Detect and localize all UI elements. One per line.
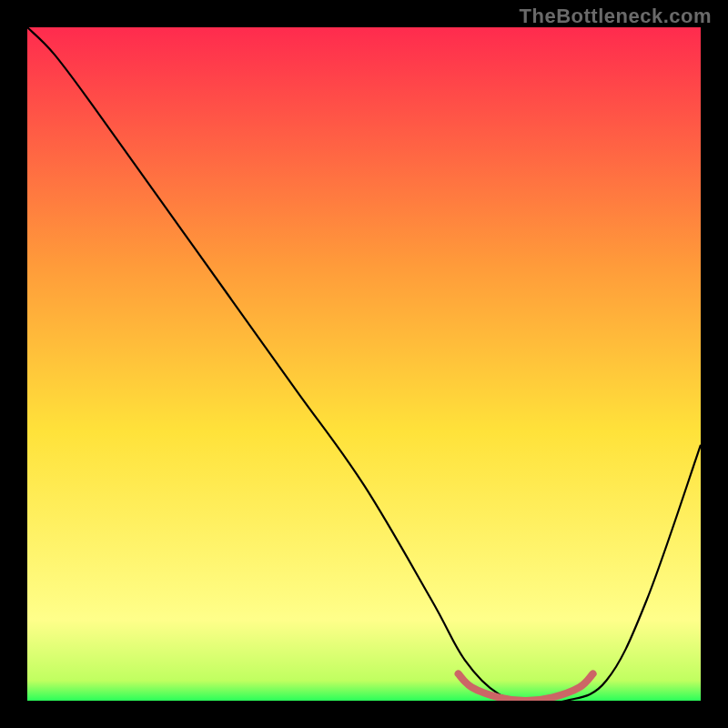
bottleneck-chart: [27, 27, 701, 701]
watermark-text: TheBottleneck.com: [520, 5, 712, 28]
plot-area: [27, 27, 701, 701]
gradient-background: [27, 27, 701, 701]
chart-frame: TheBottleneck.com: [0, 0, 728, 728]
